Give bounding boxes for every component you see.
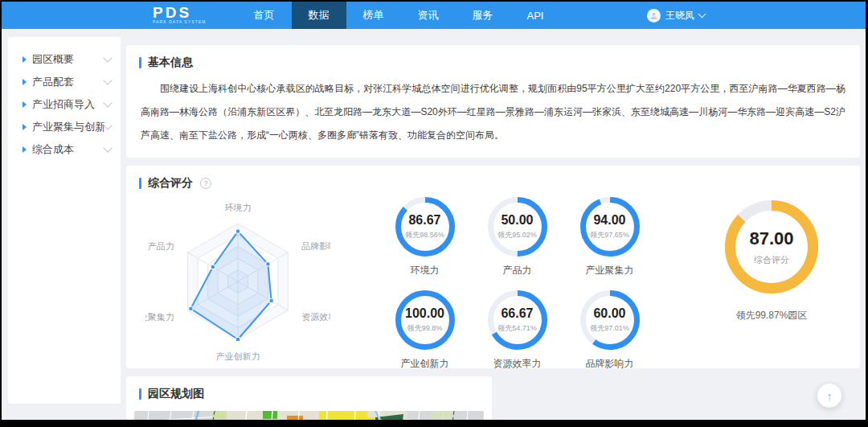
sidebar-item-label: 园区概要 [32,52,104,67]
gauge-center: 50.00领先95.02% [488,197,547,257]
caret-right-icon [23,79,27,85]
nav-item-4[interactable]: 资讯 [401,2,456,29]
sidebar-item-label: 产品配套 [32,75,104,89]
sidebar-item-3[interactable]: 产业招商导入 [8,93,121,116]
svg-text:环境力: 环境力 [225,203,252,212]
gauge-value: 94.00 [593,213,625,228]
title-bar-decoration [139,388,141,400]
logo-text: PDS [153,6,207,19]
gauge-lead-text: 领先97.01% [590,323,629,334]
overall-center-label: 综合评分 [754,254,789,266]
top-nav: PDS PARK DATA SYSTEM 首页数据榜单资讯服务API 王晓凤 [2,2,866,29]
score-gauge-5: 66.67领先54.71%资源效率力 [471,290,563,369]
nav-item-1[interactable]: 首页 [237,2,292,29]
question-circle-icon[interactable]: ? [200,178,211,189]
gauge-value: 50.00 [501,213,533,228]
gauge-center: 60.00领先97.01% [580,290,640,350]
sidebar-item-label: 产业聚集与创新 [32,120,104,134]
nav-item-3[interactable]: 榜单 [346,2,401,29]
score-gauge-3: 94.00领先97.65%产业聚集力 [563,197,656,280]
sidebar-item-2[interactable]: 产品配套 [8,71,121,93]
gauge-value: 86.67 [408,213,440,228]
gauge-lead-text: 领先99.8% [407,323,443,334]
sidebar-item-4[interactable]: 产业聚集与创新 [8,116,121,138]
score-gauges: 86.67领先98.56%环境力 50.00领先95.02%产品力 94.00领… [379,197,656,368]
svg-text:产品力: 产品力 [148,241,174,251]
gauge-label: 产品力 [503,264,532,277]
user-menu[interactable]: 王晓凤 [647,2,705,29]
sidebar: 园区概要产品配套产业招商导入产业聚集与创新综合成本 [8,37,121,404]
gauge-value: 60.00 [593,306,625,321]
nav-item-6[interactable]: API [510,2,561,29]
gauge-label: 环境力 [411,264,440,277]
score-card: 综合评分 ? 环境力品牌影响力资源效率力产业创新力产业聚集力产品力 86.67领… [126,166,860,368]
gauge-ring: 94.00领先97.65% [580,197,640,257]
park-planning-map-image [134,411,484,427]
overall-ring: 87.00综合评分 [725,200,818,294]
overall-center: 87.00综合评分 [725,200,818,294]
main-column: 基本信息 围绕建设上海科创中心核心承载区的战略目标，对张江科学城总体空间进行优化… [126,37,860,427]
basic-info-header: 基本信息 [126,45,860,70]
gauge-value: 66.67 [501,306,533,321]
gauge-lead-text: 领先95.02% [497,230,537,240]
map-title: 园区规划图 [148,387,204,401]
sidebar-item-label: 综合成本 [32,142,104,157]
gauge-ring: 66.67领先54.71% [488,290,547,350]
map-header: 园区规划图 [126,376,492,401]
caret-right-icon [23,146,27,153]
title-bar-decoration [139,57,141,68]
score-gauge-1: 86.67领先98.56%环境力 [379,197,471,280]
chevron-down-icon [103,53,112,62]
user-avatar-icon [647,9,661,23]
chevron-down-icon [103,76,112,84]
top-nav-items: 首页数据榜单资讯服务API [237,2,561,29]
gauge-ring: 100.00领先99.8% [395,290,455,350]
gauge-value: 100.00 [405,306,444,321]
sidebar-item-5[interactable]: 综合成本 [8,138,121,161]
score-title: 综合评分 [148,176,193,191]
caret-right-icon [23,124,27,130]
overall-lead-text: 领先99.87%园区 [736,309,808,322]
overall-score-gauge: 87.00综合评分 领先99.87%园区 [725,200,818,368]
gauge-center: 100.00领先99.8% [395,290,455,350]
title-bar-decoration [139,178,141,189]
basic-info-paragraph: 围绕建设上海科创中心核心承载区的战略目标，对张江科学城总体空间进行优化调整，规划… [141,77,845,147]
gauge-lead-text: 领先98.56% [405,230,444,240]
map-card: 园区规划图 [126,376,492,427]
gauge-label: 资源效率力 [493,357,542,369]
score-gauge-6: 60.00领先97.01%品牌影响力 [563,290,656,369]
radar-chart: 环境力品牌影响力资源效率力产业创新力产业聚集力产品力 [145,199,330,368]
logo-subtext: PARK DATA SYSTEM [153,19,207,24]
nav-item-2[interactable]: 数据 [292,2,346,29]
svg-text:产业聚集力: 产业聚集力 [145,312,174,322]
nav-item-5[interactable]: 服务 [456,2,510,29]
app-window: PDS PARK DATA SYSTEM 首页数据榜单资讯服务API 王晓凤 园… [0,0,868,427]
sidebar-item-1[interactable]: 园区概要 [8,48,121,71]
score-header: 综合评分 ? [126,166,860,191]
score-gauge-2: 50.00领先95.02%产品力 [471,197,563,280]
chevron-down-icon [103,143,112,152]
basic-info-card: 基本信息 围绕建设上海科创中心核心承载区的战略目标，对张江科学城总体空间进行优化… [126,45,860,158]
gauge-label: 品牌影响力 [586,357,634,369]
gauge-center: 86.67领先98.56% [395,197,455,257]
app-logo[interactable]: PDS PARK DATA SYSTEM [153,2,207,29]
basic-info-title: 基本信息 [148,55,193,70]
gauge-center: 94.00领先97.65% [580,197,640,257]
back-to-top-button[interactable]: ↑ [817,384,841,408]
chevron-down-icon [103,121,112,129]
arrow-up-icon: ↑ [826,389,833,403]
svg-text:产业创新力: 产业创新力 [216,351,260,361]
chevron-down-icon [698,10,706,18]
gauge-lead-text: 领先97.65% [590,230,629,240]
gauge-center: 66.67领先54.71% [488,290,547,350]
radar-chart-wrap: 环境力品牌影响力资源效率力产业创新力产业聚集力产品力 [145,199,330,368]
svg-text:品牌影响力: 品牌影响力 [301,241,330,251]
gauge-ring: 60.00领先97.01% [580,290,640,350]
score-gauge-4: 100.00领先99.8%产业创新力 [379,290,471,369]
svg-text:资源效率力: 资源效率力 [301,312,330,322]
score-body: 环境力品牌影响力资源效率力产业创新力产业聚集力产品力 86.67领先98.56%… [126,191,860,368]
gauge-lead-text: 领先54.71% [497,323,537,334]
chevron-down-icon [103,98,112,107]
gauge-ring: 50.00领先95.02% [488,197,547,257]
sidebar-menu: 园区概要产品配套产业招商导入产业聚集与创新综合成本 [8,48,121,161]
